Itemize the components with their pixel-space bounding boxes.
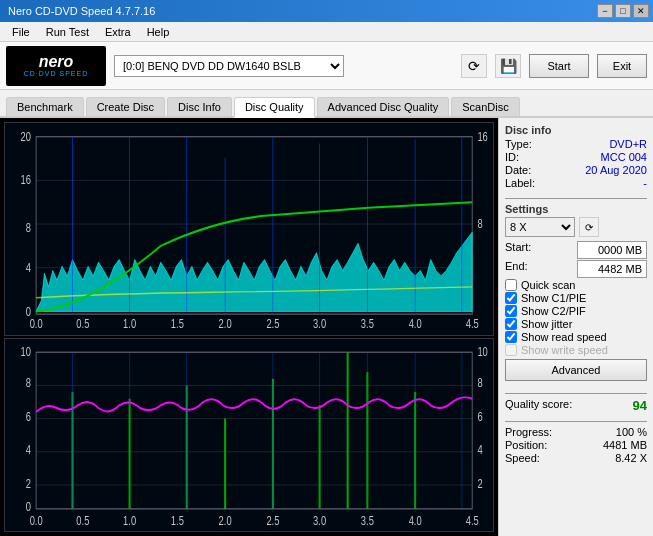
refresh-button[interactable]: ⟳ bbox=[461, 54, 487, 78]
svg-text:0.5: 0.5 bbox=[76, 513, 89, 526]
title-text: Nero CD-DVD Speed 4.7.7.16 bbox=[4, 5, 155, 17]
svg-text:6: 6 bbox=[26, 410, 31, 423]
show-c2pif-label: Show C2/PIF bbox=[521, 305, 586, 317]
tab-scandisc[interactable]: ScanDisc bbox=[451, 97, 519, 116]
svg-text:8: 8 bbox=[477, 375, 482, 388]
right-panel: Disc info Type: DVD+R ID: MCC 004 Date: … bbox=[498, 118, 653, 536]
tabs-bar: Benchmark Create Disc Disc Info Disc Qua… bbox=[0, 90, 653, 118]
svg-text:1.5: 1.5 bbox=[171, 317, 184, 331]
position-value: 4481 MB bbox=[603, 439, 647, 451]
show-c1pie-label: Show C1/PIE bbox=[521, 292, 586, 304]
settings-section: Settings 8 X ⟳ Start: End: Quick scan bbox=[505, 198, 647, 381]
menu-extra[interactable]: Extra bbox=[97, 24, 139, 40]
menu-bar: File Run Test Extra Help bbox=[0, 22, 653, 42]
show-write-speed-row: Show write speed bbox=[505, 344, 647, 356]
show-read-speed-checkbox[interactable] bbox=[505, 331, 517, 343]
position-row: Position: 4481 MB bbox=[505, 439, 647, 451]
disc-info-section: Disc info Type: DVD+R ID: MCC 004 Date: … bbox=[505, 124, 647, 190]
drive-dropdown[interactable]: [0:0] BENQ DVD DD DW1640 BSLB bbox=[114, 55, 344, 77]
title-bar-buttons: − □ ✕ bbox=[597, 4, 649, 18]
speed-refresh-icon[interactable]: ⟳ bbox=[579, 217, 599, 237]
svg-text:2: 2 bbox=[477, 476, 482, 489]
maximize-button[interactable]: □ bbox=[615, 4, 631, 18]
close-button[interactable]: ✕ bbox=[633, 4, 649, 18]
svg-text:6: 6 bbox=[477, 410, 482, 423]
svg-text:0.5: 0.5 bbox=[76, 317, 89, 331]
speed-row-progress: Speed: 8.42 X bbox=[505, 452, 647, 464]
show-c2pif-row: Show C2/PIF bbox=[505, 305, 647, 317]
svg-text:4: 4 bbox=[26, 443, 31, 456]
svg-text:4: 4 bbox=[26, 261, 31, 275]
top-chart-svg: 20 16 8 4 0 8 16 0.0 0.5 1.0 1.5 2.0 2.5… bbox=[5, 123, 493, 335]
show-c1pie-checkbox[interactable] bbox=[505, 292, 517, 304]
tab-disc-quality[interactable]: Disc Quality bbox=[234, 97, 315, 118]
start-mb-row: Start: bbox=[505, 241, 647, 259]
logo-sub-text: CD·DVD SPEED bbox=[24, 70, 89, 77]
menu-help[interactable]: Help bbox=[139, 24, 178, 40]
svg-text:1.0: 1.0 bbox=[123, 513, 136, 526]
disc-type-label: Type: bbox=[505, 138, 532, 150]
show-jitter-checkbox[interactable] bbox=[505, 318, 517, 330]
show-read-speed-row: Show read speed bbox=[505, 331, 647, 343]
logo-nero-text: nero bbox=[39, 54, 74, 70]
svg-text:8: 8 bbox=[26, 221, 31, 235]
show-jitter-row: Show jitter bbox=[505, 318, 647, 330]
svg-text:10: 10 bbox=[21, 345, 31, 358]
svg-text:0.0: 0.0 bbox=[30, 317, 43, 331]
quality-section: Quality score: 94 bbox=[505, 389, 647, 413]
progress-section: Progress: 100 % Position: 4481 MB Speed:… bbox=[505, 421, 647, 465]
logo: nero CD·DVD SPEED bbox=[6, 46, 106, 86]
disc-date-label: Date: bbox=[505, 164, 531, 176]
show-write-speed-label: Show write speed bbox=[521, 344, 608, 356]
show-c1pie-row: Show C1/PIE bbox=[505, 292, 647, 304]
end-mb-row: End: bbox=[505, 260, 647, 278]
exit-button[interactable]: Exit bbox=[597, 54, 647, 78]
start-mb-input[interactable] bbox=[577, 241, 647, 259]
toolbar: nero CD·DVD SPEED [0:0] BENQ DVD DD DW16… bbox=[0, 42, 653, 90]
svg-text:16: 16 bbox=[21, 173, 31, 187]
show-read-speed-label: Show read speed bbox=[521, 331, 607, 343]
show-write-speed-checkbox[interactable] bbox=[505, 344, 517, 356]
svg-text:10: 10 bbox=[477, 345, 487, 358]
svg-text:16: 16 bbox=[477, 129, 487, 143]
disc-date-value: 20 Aug 2020 bbox=[585, 164, 647, 176]
disc-label-value: - bbox=[643, 177, 647, 189]
svg-text:0: 0 bbox=[26, 500, 31, 513]
svg-text:4.0: 4.0 bbox=[409, 513, 422, 526]
start-mb-label: Start: bbox=[505, 241, 531, 259]
end-mb-input[interactable] bbox=[577, 260, 647, 278]
speed-row: 8 X ⟳ bbox=[505, 217, 647, 237]
minimize-button[interactable]: − bbox=[597, 4, 613, 18]
tab-advanced-disc-quality[interactable]: Advanced Disc Quality bbox=[317, 97, 450, 116]
tab-disc-info[interactable]: Disc Info bbox=[167, 97, 232, 116]
position-label: Position: bbox=[505, 439, 547, 451]
speed-select[interactable]: 8 X bbox=[505, 217, 575, 237]
menu-file[interactable]: File bbox=[4, 24, 38, 40]
disc-type-value: DVD+R bbox=[609, 138, 647, 150]
progress-label: Progress: bbox=[505, 426, 552, 438]
advanced-button[interactable]: Advanced bbox=[505, 359, 647, 381]
svg-text:4: 4 bbox=[477, 443, 482, 456]
title-bar: Nero CD-DVD Speed 4.7.7.16 − □ ✕ bbox=[0, 0, 653, 22]
tab-create-disc[interactable]: Create Disc bbox=[86, 97, 165, 116]
svg-text:2.0: 2.0 bbox=[219, 513, 232, 526]
disc-info-label: Disc info bbox=[505, 124, 647, 136]
disc-id-row: ID: MCC 004 bbox=[505, 151, 647, 163]
progress-row: Progress: 100 % bbox=[505, 426, 647, 438]
svg-text:20: 20 bbox=[21, 129, 31, 143]
show-jitter-label: Show jitter bbox=[521, 318, 572, 330]
quick-scan-checkbox[interactable] bbox=[505, 279, 517, 291]
speed-label: Speed: bbox=[505, 452, 540, 464]
start-button[interactable]: Start bbox=[529, 54, 589, 78]
svg-text:0.0: 0.0 bbox=[30, 513, 43, 526]
top-chart: 20 16 8 4 0 8 16 0.0 0.5 1.0 1.5 2.0 2.5… bbox=[4, 122, 494, 336]
save-button[interactable]: 💾 bbox=[495, 54, 521, 78]
chart-area: 20 16 8 4 0 8 16 0.0 0.5 1.0 1.5 2.0 2.5… bbox=[0, 118, 498, 536]
show-c2pif-checkbox[interactable] bbox=[505, 305, 517, 317]
quality-row: Quality score: 94 bbox=[505, 393, 647, 413]
tab-benchmark[interactable]: Benchmark bbox=[6, 97, 84, 116]
menu-run-test[interactable]: Run Test bbox=[38, 24, 97, 40]
svg-text:1.5: 1.5 bbox=[171, 513, 184, 526]
svg-text:2.5: 2.5 bbox=[266, 317, 279, 331]
disc-id-label: ID: bbox=[505, 151, 519, 163]
